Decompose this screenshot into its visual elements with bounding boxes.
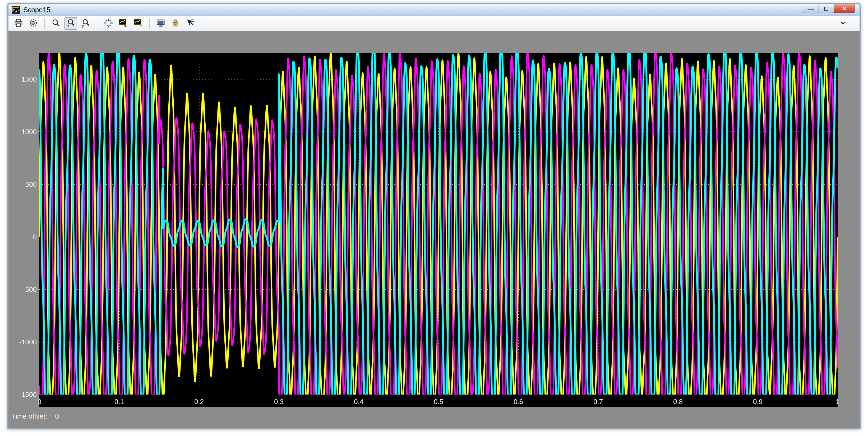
y-tick-label: 1000	[10, 128, 37, 136]
scope-window: Scope15 — × x y	[7, 3, 861, 429]
zoom-x-button[interactable]: x	[64, 18, 77, 30]
figure: -1500-1000-500050010001500 00.10.20.30.4…	[8, 31, 860, 428]
y-tick-label: -500	[10, 286, 37, 294]
titlebar: Scope15 — ×	[8, 4, 860, 16]
y-tick-label: -1000	[10, 338, 37, 346]
x-tick-label: 0.7	[593, 398, 603, 406]
x-tick-label: 0.3	[274, 398, 284, 406]
y-tick-label: 500	[10, 180, 37, 189]
dock-button[interactable]	[838, 19, 848, 28]
toolbar-separator	[44, 18, 45, 29]
autoscale-icon	[103, 18, 113, 29]
plot-axes[interactable]	[39, 53, 838, 407]
x-tick-label: 0	[37, 398, 41, 406]
print-button[interactable]	[12, 18, 25, 30]
time-offset-value: 0	[55, 412, 59, 421]
zoom-y-button[interactable]: y	[79, 18, 92, 30]
toolbar: x y	[8, 16, 860, 31]
save-axes-button[interactable]	[117, 18, 129, 30]
toolbar-separator	[149, 18, 150, 29]
autoscale-button[interactable]	[102, 18, 115, 30]
minimize-button[interactable]: —	[803, 4, 819, 13]
restore-axes-button[interactable]	[132, 18, 144, 30]
close-button[interactable]: ×	[834, 4, 855, 13]
x-tick-label: 0.4	[354, 398, 364, 406]
y-tick-label: 0	[10, 233, 37, 241]
parameters-button[interactable]	[27, 18, 40, 30]
maximize-button[interactable]	[818, 4, 834, 13]
x-tick-label: 0.5	[434, 398, 443, 406]
printer-icon	[14, 18, 23, 29]
svg-text:y: y	[82, 23, 84, 28]
window-controls: — ×	[803, 4, 856, 13]
scope-canvas[interactable]	[39, 53, 838, 395]
lock-axes-button[interactable]	[169, 18, 182, 30]
zoom-icon	[51, 18, 61, 29]
save-axes-icon	[118, 18, 128, 29]
y-tick-label: -1500	[10, 391, 37, 399]
x-tick-label: 1	[836, 398, 839, 406]
scope-app-icon	[12, 6, 20, 14]
close-icon: ×	[842, 4, 846, 13]
zoom-x-icon: x	[66, 18, 75, 29]
toolbar-separator	[97, 18, 97, 29]
x-tick-label: 0.2	[194, 398, 204, 406]
x-tick-label: 0.1	[115, 398, 124, 406]
chevron-down-icon	[840, 20, 846, 28]
signal-selection-button[interactable]	[184, 18, 197, 30]
minimize-icon: —	[808, 5, 814, 12]
zoom-y-icon: y	[81, 18, 90, 29]
x-tick-label: 0.9	[753, 398, 763, 406]
floating-scope-button[interactable]	[154, 18, 167, 30]
x-tick-label: 0.6	[514, 398, 523, 406]
lock-icon	[171, 18, 180, 29]
signal-selection-icon	[186, 18, 195, 29]
y-tick-label: 1500	[10, 75, 37, 83]
zoom-button[interactable]	[50, 18, 62, 30]
window-title: Scope15	[23, 6, 51, 14]
restore-axes-icon	[133, 18, 143, 29]
x-tick-label: 0.8	[673, 398, 683, 406]
floating-scope-icon	[156, 18, 165, 29]
maximize-icon	[824, 7, 828, 10]
svg-text:x: x	[67, 23, 69, 28]
time-offset-label: Time offset:	[12, 412, 47, 421]
gear-icon	[29, 18, 38, 29]
time-offset: Time offset: 0	[12, 412, 59, 421]
